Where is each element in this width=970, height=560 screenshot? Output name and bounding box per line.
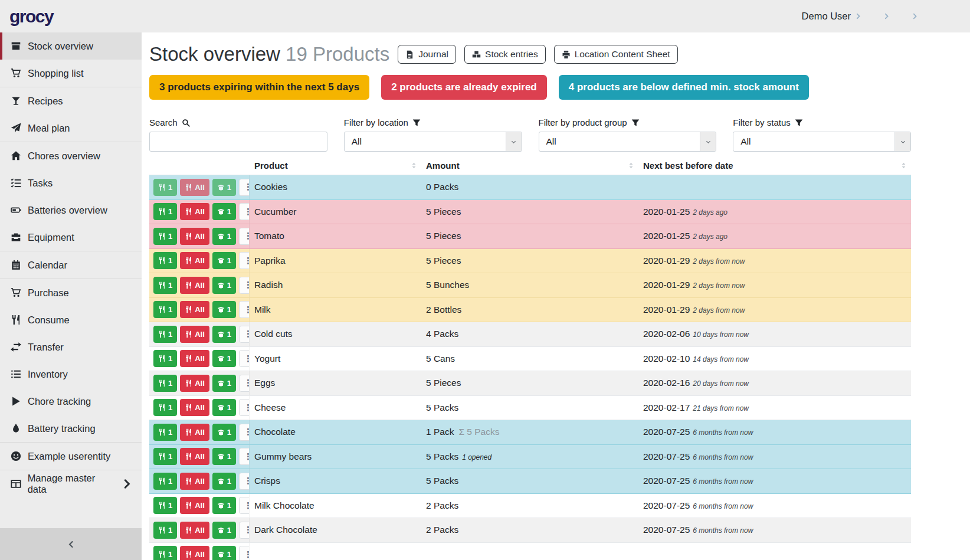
- sidebar-item-calendar[interactable]: Calendar: [0, 251, 142, 279]
- open-one-button[interactable]: 1: [212, 522, 236, 539]
- sidebar-item-chores-overview[interactable]: Chores overview: [0, 142, 142, 169]
- sidebar-item-recipes[interactable]: Recipes: [0, 87, 142, 114]
- sidebar-item-transfer[interactable]: Transfer: [0, 333, 142, 361]
- row-menu-button[interactable]: ⋮: [239, 448, 250, 465]
- consume-all-button[interactable]: All: [180, 203, 209, 220]
- open-one-button[interactable]: 1: [212, 497, 236, 514]
- open-one-button[interactable]: 1: [212, 228, 236, 245]
- open-one-button[interactable]: 1: [212, 301, 236, 318]
- row-menu-button[interactable]: ⋮: [239, 546, 250, 560]
- row-menu-button[interactable]: ⋮: [239, 497, 250, 514]
- sort-icon[interactable]: [627, 162, 635, 169]
- sidebar-item-consume[interactable]: Consume: [0, 306, 142, 333]
- consume-one-button[interactable]: 1: [153, 399, 177, 416]
- consume-all-button[interactable]: All: [180, 326, 209, 343]
- row-menu-button[interactable]: ⋮: [239, 179, 250, 196]
- consume-one-button[interactable]: 1: [153, 228, 177, 245]
- alert-4-products-are-below-defined-m[interactable]: 4 products are below defined min. stock …: [559, 75, 809, 100]
- consume-all-button[interactable]: All: [180, 277, 209, 294]
- consume-all-button[interactable]: All: [180, 497, 209, 514]
- sidebar-item-purchase[interactable]: Purchase: [0, 279, 142, 306]
- consume-one-button[interactable]: 1: [153, 522, 177, 539]
- open-one-button[interactable]: 1: [212, 326, 236, 343]
- sidebar-item-chore-tracking[interactable]: Chore tracking: [0, 388, 142, 415]
- consume-all-button[interactable]: All: [180, 473, 209, 490]
- row-menu-button[interactable]: ⋮: [239, 424, 250, 441]
- consume-one-button[interactable]: 1: [153, 375, 177, 392]
- row-menu-button[interactable]: ⋮: [239, 252, 250, 269]
- row-menu-button[interactable]: ⋮: [239, 228, 250, 245]
- consume-one-button[interactable]: 1: [153, 203, 177, 220]
- consume-one-button[interactable]: 1: [153, 326, 177, 343]
- column-header-product[interactable]: Product: [250, 161, 421, 171]
- consume-one-button[interactable]: 1: [153, 350, 177, 367]
- column-header-next-best-before-date[interactable]: Next best before date: [638, 161, 911, 171]
- settings-menu[interactable]: [879, 13, 890, 19]
- sidebar-collapse-button[interactable]: [0, 528, 142, 560]
- row-menu-button[interactable]: ⋮: [239, 301, 250, 318]
- column-header-amount[interactable]: Amount: [421, 161, 638, 171]
- sidebar-item-equipment[interactable]: Equipment: [0, 224, 142, 251]
- consume-all-button[interactable]: All: [180, 301, 209, 318]
- sort-icon[interactable]: [410, 162, 418, 169]
- sort-icon[interactable]: [900, 162, 907, 169]
- alert-3-products-expiring-within-the[interactable]: 3 products expiring within the next 5 da…: [149, 75, 369, 100]
- consume-one-button[interactable]: 1: [153, 497, 177, 514]
- status-filter-select[interactable]: All: [733, 132, 911, 152]
- consume-all-button[interactable]: All: [180, 424, 209, 441]
- sidebar-item-battery-tracking[interactable]: Battery tracking: [0, 415, 142, 442]
- open-one-button[interactable]: 1: [212, 203, 236, 220]
- sidebar-item-manage-master-data[interactable]: Manage master data: [0, 470, 142, 497]
- open-one-button[interactable]: 1: [212, 546, 236, 560]
- sidebar-item-example-userentity[interactable]: Example userentity: [0, 443, 142, 470]
- consume-one-button[interactable]: 1: [153, 277, 177, 294]
- consume-one-button[interactable]: 1: [153, 448, 177, 465]
- open-one-button[interactable]: 1: [212, 252, 236, 269]
- product-group-filter-select[interactable]: All: [539, 132, 717, 152]
- sidebar-item-tasks[interactable]: Tasks: [0, 169, 142, 197]
- open-one-button[interactable]: 1: [212, 350, 236, 367]
- consume-all-button[interactable]: All: [180, 546, 209, 560]
- sidebar-item-batteries-overview[interactable]: Batteries overview: [0, 197, 142, 224]
- row-menu-button[interactable]: ⋮: [239, 203, 250, 220]
- search-input[interactable]: [149, 132, 327, 152]
- sidebar-item-stock-overview[interactable]: Stock overview: [0, 32, 142, 60]
- consume-all-button[interactable]: All: [180, 228, 209, 245]
- consume-all-button[interactable]: All: [180, 399, 209, 416]
- journal-button[interactable]: Journal: [398, 45, 456, 64]
- consume-all-button[interactable]: All: [180, 522, 209, 539]
- consume-one-button[interactable]: 1: [153, 252, 177, 269]
- open-one-button[interactable]: 1: [212, 375, 236, 392]
- consume-all-button[interactable]: All: [180, 179, 209, 196]
- row-menu-button[interactable]: ⋮: [239, 375, 250, 392]
- consume-all-button[interactable]: All: [180, 350, 209, 367]
- sidebar-item-inventory[interactable]: Inventory: [0, 361, 142, 388]
- consume-all-button[interactable]: All: [180, 375, 209, 392]
- row-menu-button[interactable]: ⋮: [239, 473, 250, 490]
- consume-one-button[interactable]: 1: [153, 179, 177, 196]
- app-logo[interactable]: grocy: [9, 6, 53, 27]
- sidebar-item-shopping-list[interactable]: Shopping list: [0, 60, 142, 87]
- row-menu-button[interactable]: ⋮: [239, 277, 250, 294]
- stock-entries-button[interactable]: Stock entries: [464, 45, 546, 64]
- consume-one-button[interactable]: 1: [153, 473, 177, 490]
- row-menu-button[interactable]: ⋮: [239, 522, 250, 539]
- sidebar-item-meal-plan[interactable]: Meal plan: [0, 114, 142, 142]
- alert-2-products-are-already-expired[interactable]: 2 products are already expired: [381, 75, 547, 100]
- admin-menu[interactable]: [907, 13, 918, 19]
- consume-one-button[interactable]: 1: [153, 546, 177, 560]
- consume-all-button[interactable]: All: [180, 448, 209, 465]
- row-menu-button[interactable]: ⋮: [239, 326, 250, 343]
- open-one-button[interactable]: 1: [212, 424, 236, 441]
- row-menu-button[interactable]: ⋮: [239, 399, 250, 416]
- consume-all-button[interactable]: All: [180, 252, 209, 269]
- open-one-button[interactable]: 1: [212, 399, 236, 416]
- open-one-button[interactable]: 1: [212, 277, 236, 294]
- consume-one-button[interactable]: 1: [153, 424, 177, 441]
- user-menu[interactable]: Demo User: [798, 11, 861, 22]
- open-one-button[interactable]: 1: [212, 179, 236, 196]
- consume-one-button[interactable]: 1: [153, 301, 177, 318]
- open-one-button[interactable]: 1: [212, 448, 236, 465]
- location-content-sheet-button[interactable]: Location Content Sheet: [554, 45, 678, 64]
- location-filter-select[interactable]: All: [344, 132, 522, 152]
